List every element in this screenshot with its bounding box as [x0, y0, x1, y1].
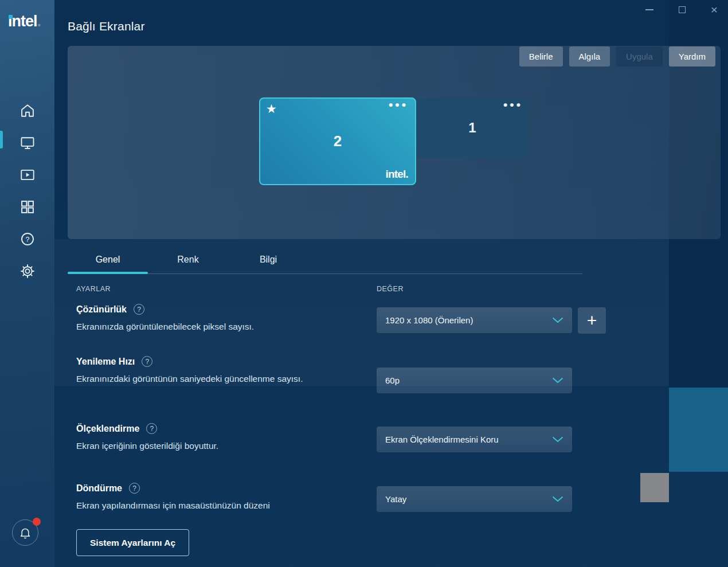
chevron-down-icon	[552, 436, 563, 443]
monitor-1-menu-icon[interactable]: •••	[503, 98, 523, 112]
monitor-2-intel-brand: intel.	[385, 168, 408, 181]
sidebar: intel.	[0, 0, 54, 567]
intel-graphics-command-center-window: × intel.	[0, 0, 728, 567]
resolution-help-icon[interactable]: ?	[134, 304, 144, 315]
scaling-value: Ekran Ölçeklendirmesini Koru	[385, 435, 499, 444]
add-custom-resolution-button[interactable]: +	[578, 307, 606, 334]
apps-grid-icon	[19, 199, 36, 215]
display-icon	[19, 135, 36, 151]
tab-general[interactable]: Genel	[68, 245, 148, 273]
resolution-label: Çözünürlük ?	[76, 304, 144, 315]
intel-logo-period: .	[37, 13, 41, 30]
resolution-dropdown[interactable]: 1920 x 1080 (Önerilen)	[377, 307, 572, 333]
intel-logo: intel.	[8, 13, 41, 30]
tab-info[interactable]: Bilgi	[228, 245, 308, 273]
refresh-rate-label: Yenileme Hızı ?	[76, 356, 152, 367]
chevron-down-icon	[552, 317, 563, 323]
maximize-button[interactable]	[674, 1, 691, 18]
rotation-help-icon[interactable]: ?	[129, 483, 140, 494]
chevron-down-icon	[552, 377, 563, 384]
close-button[interactable]: ×	[706, 1, 723, 18]
monitor-2-menu-icon[interactable]: •••	[389, 98, 408, 112]
gear-icon	[19, 263, 36, 279]
scaling-label: Ölçeklendirme ?	[76, 423, 157, 434]
sidebar-item-help[interactable]: ?	[0, 228, 54, 251]
home-icon	[19, 103, 36, 119]
maximize-icon	[679, 6, 686, 13]
scaling-dropdown[interactable]: Ekran Ölçeklendirmesini Koru	[377, 427, 572, 452]
monitor-2-number: 2	[260, 132, 415, 150]
tab-color[interactable]: Renk	[148, 245, 228, 273]
refresh-rate-description: Ekranınızdaki görüntünün saniyedeki günc…	[76, 371, 303, 386]
refresh-rate-help-icon[interactable]: ?	[142, 356, 152, 367]
monitor-tile-2[interactable]: ★ ••• 2 intel.	[259, 97, 416, 185]
help-button[interactable]: Yardım	[669, 46, 715, 67]
video-play-icon	[19, 167, 36, 183]
scaling-help-icon[interactable]: ?	[146, 423, 157, 434]
sidebar-item-apps[interactable]	[0, 195, 54, 218]
rotation-description: Ekran yapılandırması için masaüstünüzün …	[76, 498, 270, 513]
intel-logo-blue-dot	[9, 15, 13, 19]
sidebar-item-video[interactable]	[0, 163, 54, 186]
identify-button[interactable]: Belirle	[519, 46, 563, 67]
resolution-description: Ekranınızda görüntülenebilecek piksel sa…	[76, 319, 254, 334]
svg-text:?: ?	[25, 236, 29, 244]
settings-column-header: AYARLAR	[76, 285, 111, 293]
monitor-1-number: 1	[416, 120, 529, 136]
display-panel-toolbar: Belirle Algıla Uygula Yardım	[519, 46, 715, 67]
detect-button[interactable]: Algıla	[569, 46, 610, 67]
background-right-strip-blue	[669, 388, 728, 472]
page-title: Bağlı Ekranlar	[68, 19, 145, 33]
bell-icon	[18, 526, 32, 539]
rotation-label: Döndürme ?	[76, 483, 140, 494]
close-icon: ×	[711, 3, 718, 17]
active-tab-underline	[68, 272, 148, 274]
tab-bar: Genel Renk Bilgi	[68, 245, 308, 273]
background-gray-square	[640, 473, 669, 502]
sidebar-item-displays[interactable]	[0, 131, 54, 154]
help-icon: ?	[19, 231, 36, 247]
notification-badge	[33, 518, 41, 526]
value-column-header: DEĞER	[377, 285, 404, 293]
minimize-button[interactable]	[641, 1, 658, 18]
sidebar-item-settings[interactable]	[0, 260, 54, 283]
primary-star-icon: ★	[266, 102, 277, 116]
monitor-tile-1[interactable]: ••• 1	[416, 99, 529, 158]
sidebar-item-home[interactable]	[0, 99, 54, 122]
scaling-description: Ekran içeriğinin gösterildiği boyuttur.	[76, 438, 218, 453]
chevron-down-icon	[552, 496, 563, 502]
rotation-dropdown[interactable]: Yatay	[377, 486, 572, 512]
refresh-rate-dropdown[interactable]: 60p	[377, 367, 572, 393]
open-system-settings-button[interactable]: Sistem Ayarlarını Aç	[76, 529, 189, 556]
resolution-value: 1920 x 1080 (Önerilen)	[385, 315, 473, 325]
apply-button[interactable]: Uygula	[616, 46, 663, 67]
rotation-value: Yatay	[385, 494, 406, 504]
refresh-rate-value: 60p	[385, 376, 400, 385]
minimize-icon	[645, 9, 653, 10]
